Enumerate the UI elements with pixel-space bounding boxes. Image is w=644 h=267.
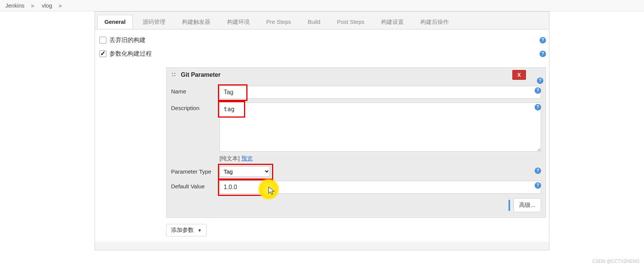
- label-parameter-type: Parameter Type: [171, 166, 219, 175]
- row-name: Name ?: [171, 86, 541, 99]
- preview-link[interactable]: 预览: [241, 155, 253, 161]
- row-parameter-type: Parameter Type Tag ?: [171, 166, 541, 177]
- row-description: Description tag [纯文本] 预览 ?: [171, 102, 541, 162]
- config-panel: General 源码管理 构建触发器 构建环境 Pre Steps Build …: [95, 11, 549, 250]
- git-parameter-block: X ? Git Parameter Name ?: [166, 67, 546, 218]
- svg-point-2: [172, 75, 173, 76]
- chevron-right-icon: ▶: [31, 3, 35, 8]
- tab-pre-steps[interactable]: Pre Steps: [259, 15, 298, 28]
- label-name: Name: [171, 86, 219, 95]
- advanced-row: 高级...: [171, 198, 541, 212]
- help-icon[interactable]: ?: [535, 168, 541, 174]
- svg-point-0: [172, 73, 173, 74]
- tab-post-steps[interactable]: Post Steps: [330, 15, 371, 28]
- label-discard-old: 丢弃旧的构建: [109, 36, 146, 44]
- caret-down-icon: ▼: [198, 228, 202, 233]
- help-icon[interactable]: ?: [535, 104, 541, 110]
- help-icon[interactable]: ?: [535, 182, 541, 189]
- advanced-button[interactable]: 高级...: [513, 198, 541, 212]
- accent-bar: [509, 200, 510, 211]
- tab-general[interactable]: General: [97, 15, 133, 29]
- tab-post-build[interactable]: 构建后操作: [414, 15, 456, 29]
- tab-build-settings[interactable]: 构建设置: [374, 15, 411, 29]
- input-default-value[interactable]: [219, 181, 541, 194]
- hint-prefix: [纯文本]: [219, 155, 241, 161]
- drag-handle-icon[interactable]: [171, 72, 177, 78]
- tab-scm[interactable]: 源码管理: [136, 15, 172, 29]
- label-parameterized: 参数化构建过程: [109, 50, 152, 58]
- input-description[interactable]: tag: [219, 102, 541, 152]
- row-default-value: Default Value ?: [171, 181, 541, 194]
- option-parameterized: 参数化构建过程 ?: [98, 47, 546, 61]
- add-parameter-label: 添加参数: [171, 227, 194, 233]
- checkbox-parameterized[interactable]: [100, 50, 106, 57]
- label-default-value: Default Value: [171, 181, 219, 189]
- select-parameter-type[interactable]: Tag: [219, 166, 270, 177]
- tab-build-env[interactable]: 构建环境: [220, 15, 257, 29]
- checkbox-discard-old[interactable]: [100, 37, 106, 43]
- help-icon[interactable]: ?: [537, 78, 543, 84]
- help-icon[interactable]: ?: [540, 37, 546, 43]
- form-body: 丢弃旧的构建 ? 参数化构建过程 ? X ? Git Parameter: [95, 29, 549, 242]
- svg-point-1: [174, 73, 175, 74]
- svg-point-3: [174, 75, 175, 76]
- parameter-header: Git Parameter: [171, 71, 541, 82]
- breadcrumb-item-vlog[interactable]: vlog: [42, 2, 52, 9]
- tab-triggers[interactable]: 构建触发器: [175, 15, 217, 29]
- input-name[interactable]: [219, 86, 541, 99]
- help-icon[interactable]: ?: [535, 87, 541, 94]
- add-parameter-button[interactable]: 添加参数 ▼: [166, 224, 207, 236]
- delete-parameter-button[interactable]: X: [512, 70, 526, 80]
- label-description: Description: [171, 102, 219, 111]
- parameter-title: Git Parameter: [181, 71, 221, 78]
- chevron-right-icon: ▶: [59, 3, 62, 8]
- breadcrumb: Jenkins ▶ vlog ▶: [0, 0, 644, 11]
- description-hint: [纯文本] 预览: [219, 155, 541, 162]
- option-discard-old: 丢弃旧的构建 ?: [98, 33, 546, 47]
- breadcrumb-item-jenkins[interactable]: Jenkins: [5, 2, 25, 9]
- tabs-row: General 源码管理 构建触发器 构建环境 Pre Steps Build …: [95, 12, 549, 29]
- help-icon[interactable]: ?: [540, 51, 546, 57]
- tab-build[interactable]: Build: [301, 15, 327, 28]
